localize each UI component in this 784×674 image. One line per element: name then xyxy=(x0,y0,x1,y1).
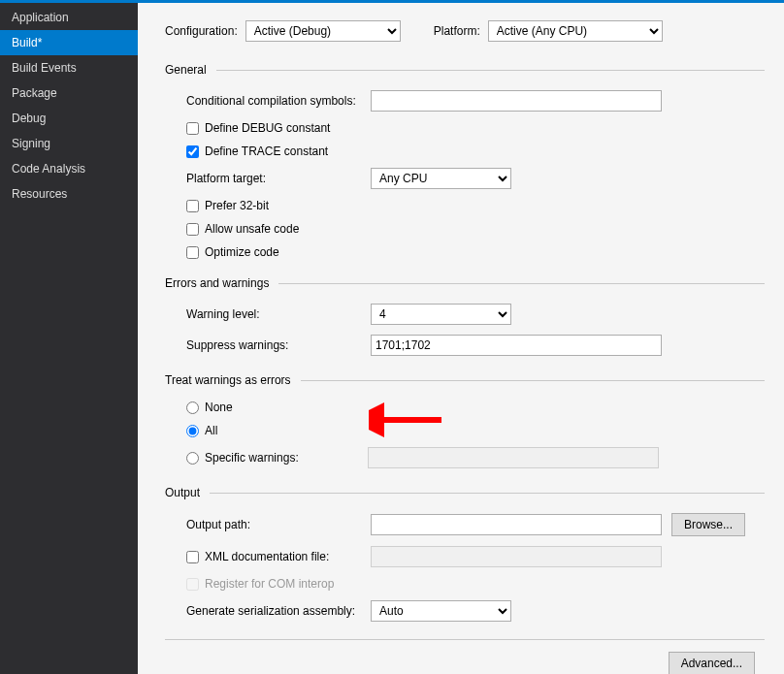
define-trace-checkbox[interactable] xyxy=(186,145,199,158)
section-treat-warnings: Treat warnings as errors None All Specif… xyxy=(165,373,765,468)
section-general-title: General xyxy=(165,63,207,77)
sidebar-item-debug[interactable]: Debug xyxy=(0,106,138,131)
define-debug-label: Define DEBUG constant xyxy=(205,121,330,135)
section-treat-title: Treat warnings as errors xyxy=(165,373,291,387)
section-rule xyxy=(301,380,765,381)
config-row: Configuration: Active (Debug) Platform: … xyxy=(165,20,765,42)
treat-all-radio[interactable] xyxy=(186,425,199,437)
section-output-title: Output xyxy=(165,486,200,499)
output-path-input[interactable] xyxy=(371,514,662,535)
sidebar-item-build-events[interactable]: Build Events xyxy=(0,55,138,80)
warning-level-select[interactable]: 4 xyxy=(371,304,511,325)
section-rule xyxy=(210,493,765,494)
xml-doc-label: XML documentation file: xyxy=(205,550,329,563)
com-interop-checkbox xyxy=(186,578,199,591)
section-rule xyxy=(278,283,765,284)
output-path-label: Output path: xyxy=(186,518,371,531)
treat-all-label: All xyxy=(205,424,217,437)
platform-target-select[interactable]: Any CPU xyxy=(371,168,511,189)
platform-select[interactable]: Active (Any CPU) xyxy=(488,20,663,42)
sidebar-item-application[interactable]: Application xyxy=(0,5,138,30)
section-output: Output Output path: Browse... XML docume… xyxy=(165,486,765,622)
sidebar: Application Build* Build Events Package … xyxy=(0,3,138,674)
prefer-32bit-label: Prefer 32-bit xyxy=(205,199,269,212)
section-general: General Conditional compilation symbols:… xyxy=(165,63,765,259)
browse-button[interactable]: Browse... xyxy=(671,513,745,536)
suppress-warnings-input[interactable] xyxy=(371,335,662,356)
define-trace-label: Define TRACE constant xyxy=(205,144,328,158)
sidebar-item-signing[interactable]: Signing xyxy=(0,131,138,156)
treat-specific-input xyxy=(368,447,659,468)
sidebar-item-build[interactable]: Build* xyxy=(0,30,138,55)
conditional-symbols-label: Conditional compilation symbols: xyxy=(186,94,371,108)
platform-label: Platform: xyxy=(434,24,480,38)
configuration-label: Configuration: xyxy=(165,24,238,38)
prefer-32bit-checkbox[interactable] xyxy=(186,200,199,212)
sidebar-item-resources[interactable]: Resources xyxy=(0,181,138,207)
optimize-code-label: Optimize code xyxy=(205,245,279,259)
section-rule xyxy=(216,70,765,71)
com-interop-label: Register for COM interop xyxy=(205,577,334,591)
footer-rule xyxy=(165,639,765,640)
suppress-warnings-label: Suppress warnings: xyxy=(186,338,371,352)
section-errors: Errors and warnings Warning level: 4 Sup… xyxy=(165,276,765,356)
treat-specific-radio[interactable] xyxy=(186,452,199,465)
configuration-select[interactable]: Active (Debug) xyxy=(245,20,401,42)
advanced-button[interactable]: Advanced... xyxy=(669,652,755,674)
sidebar-item-package[interactable]: Package xyxy=(0,80,138,106)
serialization-label: Generate serialization assembly: xyxy=(186,604,371,618)
treat-specific-label: Specific warnings: xyxy=(205,451,362,465)
sidebar-item-code-analysis[interactable]: Code Analysis xyxy=(0,156,138,181)
xml-doc-checkbox[interactable] xyxy=(186,551,199,563)
conditional-symbols-input[interactable] xyxy=(371,90,662,112)
section-errors-title: Errors and warnings xyxy=(165,276,269,290)
xml-doc-input xyxy=(371,546,662,567)
treat-none-radio[interactable] xyxy=(186,401,199,414)
optimize-code-checkbox[interactable] xyxy=(186,246,199,259)
define-debug-checkbox[interactable] xyxy=(186,122,199,135)
platform-target-label: Platform target: xyxy=(186,172,371,185)
allow-unsafe-checkbox[interactable] xyxy=(186,223,199,236)
allow-unsafe-label: Allow unsafe code xyxy=(205,222,299,236)
warning-level-label: Warning level: xyxy=(186,307,371,321)
treat-none-label: None xyxy=(205,401,233,414)
main-panel: Configuration: Active (Debug) Platform: … xyxy=(138,3,784,674)
serialization-select[interactable]: Auto xyxy=(371,600,511,622)
